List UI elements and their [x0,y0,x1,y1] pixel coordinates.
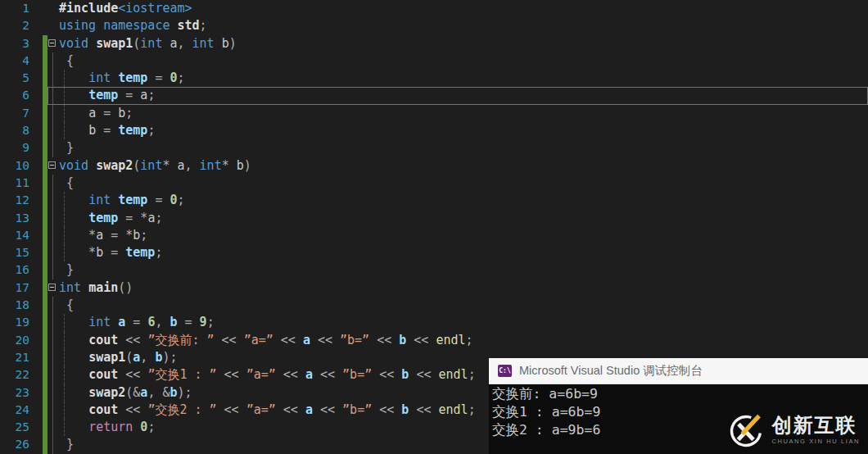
fold-toggle[interactable] [47,157,59,175]
token: ; [147,88,155,102]
code-line[interactable]: 15 *b = temp; [0,244,868,261]
token: b [133,228,140,243]
code-line[interactable]: 1#include<iostream> [0,0,868,17]
watermark-name: 创新互联 [771,415,860,435]
token: << [276,402,305,417]
line-number: 21 [0,349,29,366]
token: << [274,333,303,347]
token: ( [133,158,140,173]
token [59,420,88,434]
token: b [170,315,177,329]
line-number: 3 [0,35,29,52]
collapse-icon[interactable] [48,284,56,291]
code-line[interactable]: 4 { [0,52,868,70]
console-icon[interactable]: C:\ [498,365,512,377]
token: temp [118,70,147,85]
token: * [162,158,177,173]
token: , [178,36,192,51]
code-line[interactable]: 12 int temp = 0; [0,192,868,209]
code-line[interactable]: 20 cout << ”交换前: ” << ”a=” << a << ”b=” … [0,332,868,349]
code-line[interactable]: 5 int temp = 0; [0,70,868,87]
token: a [88,106,96,120]
code-text: using namespace std; [59,17,868,34]
token: #include [59,1,118,16]
token: << [310,333,340,347]
code-line[interactable]: 14 *a = *b; [0,227,868,244]
token: temp [88,88,118,102]
token: ; [468,367,476,382]
line-number: 5 [0,70,29,87]
token: a [118,315,125,329]
token: temp [88,211,118,225]
token: << [409,402,438,417]
token [59,106,88,120]
token: cout [88,333,118,347]
token: , [140,350,155,365]
code-line[interactable]: 2using namespace std; [0,17,868,34]
token: ); [178,385,192,400]
code-line[interactable]: 7 a = b; [0,105,868,122]
token: ; [207,315,215,329]
fold-guide [47,87,59,104]
watermark-subtitle: CHUANG XIN HU LIAN [771,438,860,445]
token: << [276,367,305,382]
fold-guide [47,17,59,34]
token: ( [125,350,133,365]
fold-guide [47,139,59,157]
token: ; [140,228,147,243]
code-line[interactable]: 19 int a = 6, b = 9; [0,314,868,331]
line-number: 19 [0,314,29,331]
token: std [178,18,200,33]
code-text: cout << ”交换前: ” << ”a=” << a << ”b=” << … [59,332,868,349]
token: int [200,158,222,173]
fold-guide [47,384,59,402]
token: b [96,245,103,260]
token: int [88,70,118,85]
token: ”交换2 : ” [147,402,216,417]
token: swap2 [96,158,133,173]
code-text: } [59,139,868,157]
code-text: a = b; [59,105,868,122]
token: = * [118,211,147,225]
token: a [170,36,177,51]
line-number: 14 [0,227,29,244]
token: ( [133,36,140,51]
collapse-icon[interactable] [48,161,56,169]
code-line[interactable]: 18 { [0,297,868,314]
token: a [305,367,313,382]
token: endl [436,333,465,347]
fold-toggle[interactable] [47,279,59,297]
code-line[interactable]: 17int main() [0,279,868,297]
fold-guide [47,261,59,279]
token: ); [162,350,177,365]
token: << [313,402,342,417]
line-number: 13 [0,210,29,227]
code-line[interactable]: 9 } [0,139,868,157]
code-text: temp = *a; [59,210,868,227]
code-line[interactable]: 13 temp = *a; [0,210,868,227]
token: ; [147,420,155,434]
token: swap1 [88,350,125,365]
collapse-icon[interactable] [48,39,56,47]
token: a [96,228,103,243]
token: * [59,228,96,243]
token: cout [88,367,118,382]
code-line[interactable]: 3void swap1(int a, int b) [0,35,868,52]
token [59,333,88,347]
token: << [118,402,147,417]
console-title-bar[interactable]: C:\ Microsoft Visual Studio 调试控制台 [489,358,868,384]
token: b [118,106,125,120]
code-line[interactable]: 11 { [0,175,868,192]
code-text: void swap1(int a, int b) [59,35,868,52]
token: ; [466,333,473,347]
code-line[interactable]: 10void swap2(int* a, int* b) [0,157,868,175]
token: a [178,158,185,173]
token: main [88,280,118,295]
code-text: void swap2(int* a, int* b) [59,157,868,175]
token: << [118,333,147,347]
code-line[interactable]: 6 temp = a; [0,87,868,104]
code-line[interactable]: 16 } [0,261,868,279]
code-line[interactable]: 8 b = temp; [0,122,868,139]
fold-toggle[interactable] [47,35,59,52]
token: << [409,367,438,382]
